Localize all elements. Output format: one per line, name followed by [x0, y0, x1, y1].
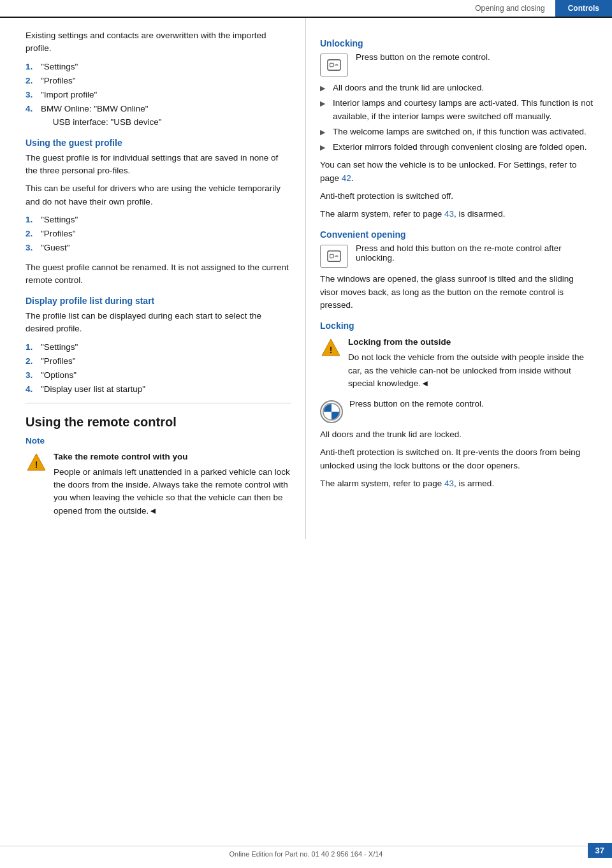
key-symbol-icon [326, 57, 342, 73]
unlocking-icon-box: Press button on the remote control. [320, 52, 593, 76]
key-symbol-icon2 [326, 249, 342, 264]
guest-p2: This can be useful for drivers who are u… [26, 182, 291, 208]
page-link-43a[interactable]: 43 [444, 209, 454, 219]
list-item: 1. "Settings" [26, 61, 291, 73]
bullet-arrow-icon: ▶ [320, 126, 330, 138]
list-item: 2. "Profiles" [26, 75, 291, 87]
list-item: 3. "Options" [26, 369, 291, 382]
page-footer: Online Edition for Part no. 01 40 2 956 … [0, 846, 612, 858]
svg-rect-3 [330, 63, 334, 67]
bullet-arrow-icon: ▶ [320, 97, 330, 123]
display-heading: Display profile list during start [26, 296, 291, 306]
warning-triangle-icon: ! [26, 452, 47, 473]
page-header: Opening and closing Controls [0, 0, 612, 18]
header-tab-active: Controls [555, 0, 612, 17]
guest-p1: The guest profile is for individual sett… [26, 152, 291, 178]
page-link-43b[interactable]: 43 [444, 479, 454, 488]
list-item: 2. "Profiles" [26, 228, 291, 240]
svg-text:!: ! [330, 345, 333, 355]
footer-text: Online Edition for Part no. 01 40 2 956 … [229, 850, 383, 858]
divider [26, 403, 291, 403]
warning-icon: ! [26, 452, 47, 474]
unlocking-heading: Unlocking [320, 38, 593, 48]
right-column: Unlocking Press button on the remote con… [306, 18, 612, 539]
note-warn-body: People or animals left unattended in a p… [54, 466, 291, 517]
unlocking-p1: You can set how the vehicle is to be unl… [320, 159, 593, 185]
locking-warn-body: Do not lock the vehicle from the outside… [348, 351, 593, 390]
guest-note: The guest profile cannot be renamed. It … [26, 261, 291, 287]
list-item: 2. "Profiles" [26, 355, 291, 368]
convenient-icon-text: Press and hold this button on the re‑mot… [356, 243, 593, 263]
locking-p2: Anti-theft protection is switched on. It… [320, 446, 593, 472]
page-number: 37 [588, 843, 612, 858]
locking-icon-box: Press button on the remote control. [320, 399, 593, 423]
unlocking-p2: Anti-theft protection is switched off. [320, 190, 593, 203]
list-item: 1. "Settings" [26, 213, 291, 226]
display-list: 1. "Settings" 2. "Profiles" 3. "Options"… [26, 341, 291, 396]
list-item: 4. BMW Online: "BMW Online" USB interfac… [26, 103, 291, 129]
bmw-logo-icon [320, 400, 343, 423]
list-item: 3. "Guest" [26, 242, 291, 254]
bullet-arrow-icon: ▶ [320, 141, 330, 154]
remote-heading: Using the remote control [26, 415, 291, 430]
unlocking-p3: The alarm system, refer to page 43, is d… [320, 208, 593, 221]
convenient-heading: Convenient opening [320, 229, 593, 240]
svg-rect-6 [328, 251, 340, 262]
unlocking-bullets: ▶ All doors and the trunk lid are unlock… [320, 82, 593, 154]
header-tab-inactive: Opening and closing [465, 0, 555, 17]
convenient-icon-box: Press and hold this button on the re‑mot… [320, 243, 593, 268]
locking-warn-title: Locking from the outside [348, 336, 593, 349]
intro-text: Existing settings and contacts are overw… [26, 29, 291, 55]
list-item: 4. "Display user list at startup" [26, 383, 291, 396]
locking-warning-icon: ! [320, 337, 342, 359]
svg-rect-7 [330, 254, 334, 258]
page-body: Existing settings and contacts are overw… [0, 18, 612, 539]
svg-text:!: ! [35, 459, 38, 470]
bullet-item: ▶ All doors and the trunk lid are unlock… [320, 82, 593, 94]
guest-list: 1. "Settings" 2. "Profiles" 3. "Guest" [26, 213, 291, 255]
note-subheading: Note [26, 436, 291, 445]
note-warn-box: ! Take the remote control with you Peopl… [26, 451, 291, 523]
locking-icon-text: Press button on the remote control. [349, 399, 484, 409]
unlocking-icon-text: Press button on the remote control. [356, 52, 490, 62]
bullet-item: ▶ Exterior mirrors folded through conven… [320, 141, 593, 154]
bullet-item: ▶ The welcome lamps are switched on, if … [320, 126, 593, 138]
locking-warn-content: Locking from the outside Do not lock the… [348, 336, 593, 395]
page-link-42[interactable]: 42 [342, 173, 351, 183]
note-warn-content: Take the remote control with you People … [54, 451, 291, 523]
remote-key-icon2 [320, 245, 348, 268]
display-p1: The profile list can be displayed during… [26, 310, 291, 336]
import-list: 1. "Settings" 2. "Profiles" 3. "Import p… [26, 61, 291, 129]
note-warn-title: Take the remote control with you [54, 451, 291, 463]
left-column: Existing settings and contacts are overw… [0, 18, 306, 539]
remote-key-icon [320, 54, 348, 76]
bullet-item: ▶ Interior lamps and courtesy lamps are … [320, 97, 593, 123]
list-item: 1. "Settings" [26, 341, 291, 354]
locking-p3: The alarm system, refer to page 43, is a… [320, 477, 593, 490]
locking-heading: Locking [320, 321, 593, 331]
guest-heading: Using the guest profile [26, 138, 291, 148]
locking-warning-triangle-icon: ! [321, 338, 341, 358]
list-item: 3. "Import profile" [26, 89, 291, 101]
bullet-arrow-icon: ▶ [320, 82, 330, 94]
locking-p1: All doors and the trunk lid are locked. [320, 428, 593, 441]
svg-rect-2 [328, 60, 340, 71]
convenient-p1: The windows are opened, the glass sunroo… [320, 273, 593, 312]
locking-warn-box: ! Locking from the outside Do not lock t… [320, 336, 593, 395]
